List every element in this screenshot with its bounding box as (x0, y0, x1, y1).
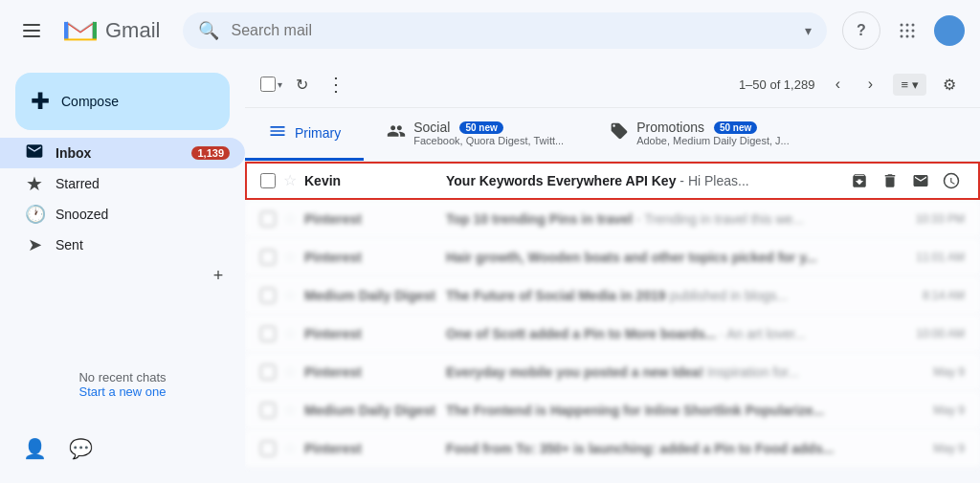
sidebar-item-snoozed[interactable]: 🕐 Snoozed (0, 199, 245, 230)
settings-dropdown[interactable]: ≡ ▾ (893, 74, 926, 96)
email-row[interactable]: ☆ Medium Daily Digest The Future of Soci… (245, 276, 980, 315)
email-checkbox[interactable] (260, 211, 276, 227)
sent-icon: ➤ (25, 234, 44, 255)
subject-text: Hair growth, Wooden boats and other topi… (446, 250, 817, 265)
toolbar-right: 1–50 of 1,289 ‹ › ≡ ▾ ⚙ (739, 69, 965, 99)
subject-text: Top 10 trending Pins in travel (446, 211, 633, 227)
search-dropdown-icon[interactable]: ▾ (805, 23, 812, 38)
email-row[interactable]: ☆ Pinterest One of Scott added a Pin to … (245, 315, 980, 353)
email-time: May 9 (933, 365, 965, 379)
refresh-button[interactable]: ↻ (286, 69, 317, 99)
email-time: 10:00 AM (916, 327, 965, 340)
star-icon[interactable]: ☆ (283, 171, 297, 189)
inbox-label: Inbox (56, 145, 180, 161)
svg-point-12 (901, 35, 903, 38)
starred-label: Starred (56, 176, 230, 191)
star-icon[interactable]: ☆ (283, 362, 297, 381)
density-icon: ≡ (901, 77, 908, 92)
email-sender: Pinterest (304, 211, 438, 227)
email-checkbox[interactable] (260, 288, 276, 303)
starred-icon: ★ (25, 172, 44, 195)
email-row[interactable]: ☆ Kevin Your Keywords Everywhere API Key… (245, 162, 980, 200)
email-sender: Medium Daily Digest (304, 288, 438, 303)
email-sender: Medium Daily Digest (304, 403, 438, 418)
sidebar-item-sent[interactable]: ➤ Sent (0, 230, 245, 260)
email-time: May 9 (933, 442, 965, 455)
email-checkbox[interactable] (260, 403, 276, 418)
start-new-chat-link[interactable]: Start a new one (78, 384, 166, 399)
svg-point-14 (912, 35, 915, 38)
density-dropdown-arrow: ▾ (912, 77, 919, 92)
email-row[interactable]: ☆ Pinterest Hair growth, Wooden boats an… (245, 238, 980, 276)
star-icon[interactable]: ☆ (283, 401, 297, 419)
social-tab-content: Social 50 new Facebook, Quora Digest, Tw… (413, 120, 564, 146)
email-row[interactable]: ☆ Pinterest Food from To: 350+ is launch… (245, 429, 980, 468)
preview-text: - Trending in travel this we... (633, 211, 804, 227)
search-input[interactable] (231, 22, 797, 39)
star-icon[interactable]: ☆ (283, 324, 297, 342)
prev-page-button[interactable]: ‹ (822, 69, 853, 99)
add-label-button[interactable]: + (207, 264, 230, 287)
email-subject: Hair growth, Wooden boats and other topi… (446, 250, 901, 265)
search-bar[interactable]: 🔍 ▾ (183, 12, 827, 49)
tab-promotions[interactable]: Promotions 50 new Adobe, Medium Daily Di… (587, 108, 813, 161)
email-checkbox[interactable] (260, 364, 276, 380)
email-row[interactable]: ☆ Pinterest Everyday mobile you posted a… (245, 353, 980, 391)
select-dropdown-arrow[interactable]: ▾ (278, 79, 282, 90)
star-icon[interactable]: ☆ (283, 286, 297, 304)
apps-button[interactable] (888, 11, 926, 50)
apps-icon (898, 21, 917, 40)
email-checkbox[interactable] (260, 326, 276, 341)
select-all-checkbox[interactable] (260, 77, 276, 92)
chat-section: No recent chats Start a new one (0, 291, 245, 422)
next-page-button[interactable]: › (855, 69, 885, 99)
preview-text: Inspiration for... (703, 364, 799, 380)
more-options-button[interactable]: ⋮ (321, 69, 351, 99)
email-row[interactable]: ☆ Medium Daily Digest The Frontend is Ha… (245, 391, 980, 429)
star-icon[interactable]: ☆ (283, 209, 297, 228)
help-button[interactable]: ? (842, 11, 880, 50)
search-icon: 🔍 (198, 20, 219, 41)
subject-text: Everyday mobile you posted a new Idea! (446, 364, 703, 380)
sidebar-item-starred[interactable]: ★ Starred (0, 168, 245, 199)
subject-text: Food from To: 350+ is launching: added a… (446, 441, 834, 456)
star-icon[interactable]: ☆ (283, 248, 297, 266)
hamburger-menu-button[interactable] (15, 16, 48, 45)
email-subject: The Frontend is Happening for Inline Sho… (446, 403, 918, 418)
more-label-row: + (0, 260, 245, 291)
email-subject: Food from To: 350+ is launching: added a… (446, 441, 918, 456)
email-checkbox[interactable] (260, 173, 276, 188)
mark-unread-button[interactable] (907, 167, 934, 194)
delete-button[interactable] (877, 167, 903, 194)
settings-button[interactable]: ⚙ (934, 69, 965, 99)
select-all-area: ▾ (260, 77, 282, 92)
email-sender: Pinterest (304, 326, 438, 341)
email-subject: Everyday mobile you posted a new Idea! I… (446, 364, 918, 380)
preview-text: - Hi Pleas... (676, 173, 748, 188)
svg-rect-5 (64, 38, 97, 40)
star-icon[interactable]: ☆ (283, 439, 297, 457)
promotions-tab-icon (610, 121, 629, 145)
compose-button[interactable]: ✚ Compose (15, 73, 230, 130)
email-subject: One of Scott added a Pin to More boards.… (446, 326, 901, 341)
snoozed-icon: 🕐 (25, 204, 44, 225)
avatar[interactable] (934, 15, 965, 46)
email-checkbox[interactable] (260, 250, 276, 265)
svg-point-8 (912, 24, 915, 27)
email-checkbox[interactable] (260, 441, 276, 456)
toolbar-left: ▾ ↻ ⋮ (260, 69, 351, 99)
sidebar-item-inbox[interactable]: Inbox 1,139 (0, 138, 245, 168)
email-row[interactable]: ☆ Pinterest Top 10 trending Pins in trav… (245, 200, 980, 238)
inbox-tabs: Primary Social 50 new Facebook, Quora Di… (245, 108, 980, 162)
contacts-button[interactable]: 👤 (15, 429, 54, 468)
hangouts-button[interactable]: 💬 (61, 429, 100, 468)
tab-primary[interactable]: Primary (245, 108, 364, 161)
tab-social[interactable]: Social 50 new Facebook, Quora Digest, Tw… (364, 108, 587, 161)
email-time: 8:14 AM (923, 289, 965, 302)
page-info: 1–50 of 1,289 (739, 77, 815, 92)
archive-button[interactable] (846, 167, 873, 194)
email-sender: Pinterest (304, 364, 438, 380)
svg-point-9 (901, 30, 903, 33)
main-layout: ✚ Compose Inbox 1,139 ★ Starred 🕐 Snooze… (0, 61, 980, 483)
snooze-button[interactable] (938, 167, 965, 194)
